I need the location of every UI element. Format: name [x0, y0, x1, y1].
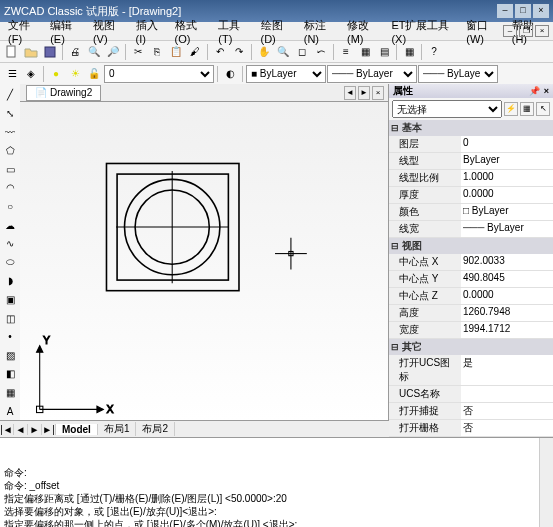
lineweight-combo[interactable]: ─── ByLayer	[418, 65, 498, 83]
prop-value[interactable]: 0	[461, 136, 553, 152]
pline-icon[interactable]: 〰	[1, 123, 19, 141]
open-icon[interactable]	[22, 43, 40, 61]
pan-icon[interactable]: ✋	[255, 43, 273, 61]
menu-draw[interactable]: 绘图(D)	[257, 18, 298, 45]
tab-first-icon[interactable]: |◄	[0, 424, 14, 435]
menu-dim[interactable]: 标注(N)	[300, 18, 341, 45]
maximize-button[interactable]: □	[515, 4, 531, 18]
mtext-icon[interactable]: A	[1, 402, 19, 420]
point-icon[interactable]: •	[1, 328, 19, 346]
pickadd-icon[interactable]: ▦	[520, 102, 534, 116]
mdi-close[interactable]: ×	[535, 25, 549, 37]
match-icon[interactable]: 🖌	[186, 43, 204, 61]
dc-icon[interactable]: ▦	[356, 43, 374, 61]
tab-model[interactable]: Model	[56, 424, 98, 435]
prop-group-header[interactable]: 视图	[389, 238, 553, 254]
revcloud-icon[interactable]: ☁	[1, 216, 19, 234]
tab-close-icon[interactable]: ×	[372, 86, 384, 100]
prop-row[interactable]: 线型比例1.0000	[389, 170, 553, 187]
select-icon[interactable]: ↖	[536, 102, 550, 116]
prop-row[interactable]: 颜色□ ByLayer	[389, 204, 553, 221]
prop-row[interactable]: 宽度1994.1712	[389, 322, 553, 339]
prop-value[interactable]	[461, 386, 553, 402]
hatch-icon[interactable]: ▨	[1, 347, 19, 365]
menu-et[interactable]: ET扩展工具(X)	[387, 18, 460, 45]
prop-value[interactable]: 0.0000	[461, 187, 553, 203]
prop-row[interactable]: 线宽─── ByLayer	[389, 221, 553, 238]
prop-group-header[interactable]: 其它	[389, 339, 553, 355]
tab-prev2-icon[interactable]: ◄	[14, 424, 28, 435]
save-icon[interactable]	[41, 43, 59, 61]
prop-row[interactable]: 图层0	[389, 136, 553, 153]
lock-icon[interactable]: 🔓	[85, 65, 103, 83]
prop-value[interactable]: 902.0033	[461, 254, 553, 270]
help-icon[interactable]: ?	[425, 43, 443, 61]
line-icon[interactable]: ╱	[1, 86, 19, 104]
cut-icon[interactable]: ✂	[129, 43, 147, 61]
prop-group-header[interactable]: 基本	[389, 120, 553, 136]
new-icon[interactable]	[3, 43, 21, 61]
menu-window[interactable]: 窗口(W)	[462, 18, 505, 45]
prop-value[interactable]: 1260.7948	[461, 305, 553, 321]
panel-close-icon[interactable]: ×	[544, 86, 549, 96]
prop-row[interactable]: 打开栅格否	[389, 420, 553, 437]
zoom-prev-icon[interactable]: ⤺	[312, 43, 330, 61]
make-current-icon[interactable]: ◐	[221, 65, 239, 83]
mdi-restore[interactable]: ❐	[519, 25, 533, 37]
region-icon[interactable]: ◧	[1, 365, 19, 383]
arc-icon[interactable]: ◠	[1, 179, 19, 197]
pin-icon[interactable]: 📌	[529, 86, 540, 96]
prop-row[interactable]: 打开UCS图标是	[389, 355, 553, 386]
ellipse-arc-icon[interactable]: ◗	[1, 272, 19, 290]
prop-value[interactable]: 否	[461, 403, 553, 419]
selection-combo[interactable]: 无选择	[392, 100, 502, 118]
color-combo[interactable]: ■ ByLayer	[246, 65, 326, 83]
cmd-scroll-v[interactable]	[539, 438, 553, 527]
print-icon[interactable]: 🖨	[66, 43, 84, 61]
zoom-rt-icon[interactable]: 🔍	[274, 43, 292, 61]
tool-icon[interactable]: ▤	[375, 43, 393, 61]
props-icon[interactable]: ≡	[337, 43, 355, 61]
paste-icon[interactable]: 📋	[167, 43, 185, 61]
menu-modify[interactable]: 修改(M)	[343, 18, 385, 45]
tab-layout1[interactable]: 布局1	[98, 422, 137, 436]
prop-row[interactable]: UCS名称	[389, 386, 553, 403]
close-button[interactable]: ×	[533, 4, 549, 18]
prop-row[interactable]: 中心点 Y490.8045	[389, 271, 553, 288]
redo-icon[interactable]: ↷	[230, 43, 248, 61]
prop-value[interactable]: 是	[461, 355, 553, 385]
prop-value[interactable]: 否	[461, 420, 553, 436]
menu-insert[interactable]: 插入(I)	[132, 18, 169, 45]
preview-icon[interactable]: 🔍	[85, 43, 103, 61]
layer-combo[interactable]: 0	[104, 65, 214, 83]
prop-row[interactable]: 中心点 X902.0033	[389, 254, 553, 271]
menu-file[interactable]: 文件(F)	[4, 18, 44, 45]
xline-icon[interactable]: ⤡	[1, 105, 19, 123]
prop-value[interactable]: ByLayer	[461, 153, 553, 169]
sun-icon[interactable]: ☀	[66, 65, 84, 83]
bulb-icon[interactable]: ●	[47, 65, 65, 83]
menu-tools[interactable]: 工具(T)	[214, 18, 254, 45]
drawing-canvas[interactable]: Y X	[20, 102, 388, 420]
prop-row[interactable]: 中心点 Z0.0000	[389, 288, 553, 305]
tab-next-icon[interactable]: ►	[358, 86, 370, 100]
mdi-minimize[interactable]: –	[503, 25, 517, 37]
tab-next2-icon[interactable]: ►	[28, 424, 42, 435]
circle-icon[interactable]: ○	[1, 198, 19, 216]
prop-value[interactable]: ─── ByLayer	[461, 221, 553, 237]
document-tab[interactable]: 📄 Drawing2	[26, 85, 101, 101]
menu-edit[interactable]: 编辑(E)	[46, 18, 87, 45]
prop-row[interactable]: 线型ByLayer	[389, 153, 553, 170]
undo-icon[interactable]: ↶	[211, 43, 229, 61]
table-icon[interactable]: ▦	[1, 384, 19, 402]
layer-mgr-icon[interactable]: ☰	[3, 65, 21, 83]
polygon-icon[interactable]: ⬠	[1, 142, 19, 160]
qselect-icon[interactable]: ⚡	[504, 102, 518, 116]
linetype-combo[interactable]: ─── ByLayer	[327, 65, 417, 83]
prop-value[interactable]: □ ByLayer	[461, 204, 553, 220]
command-window[interactable]: 命令: 命令: _offset 指定偏移距离或 [通过(T)/栅格(E)/删除(…	[0, 437, 553, 527]
prop-value[interactable]: 490.8045	[461, 271, 553, 287]
copy-icon[interactable]: ⎘	[148, 43, 166, 61]
layer-state-icon[interactable]: ◈	[22, 65, 40, 83]
spline-icon[interactable]: ∿	[1, 235, 19, 253]
